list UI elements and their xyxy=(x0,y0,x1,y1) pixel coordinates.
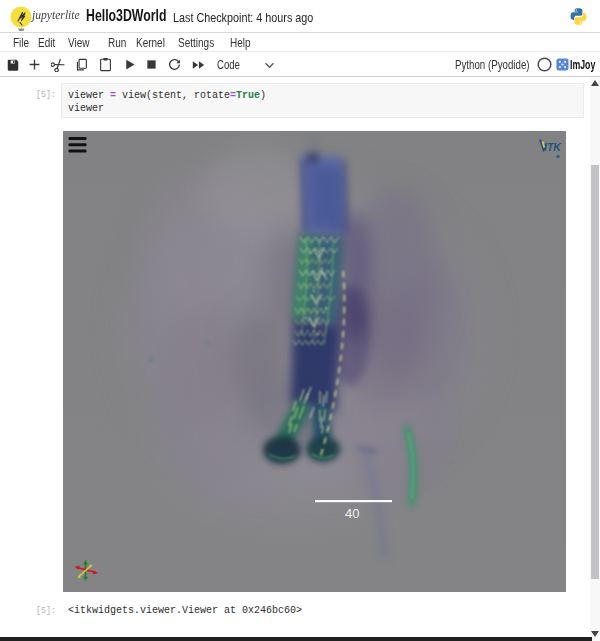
svg-text:40: 40 xyxy=(345,506,359,521)
svg-text:ITK: ITK xyxy=(544,141,562,153)
